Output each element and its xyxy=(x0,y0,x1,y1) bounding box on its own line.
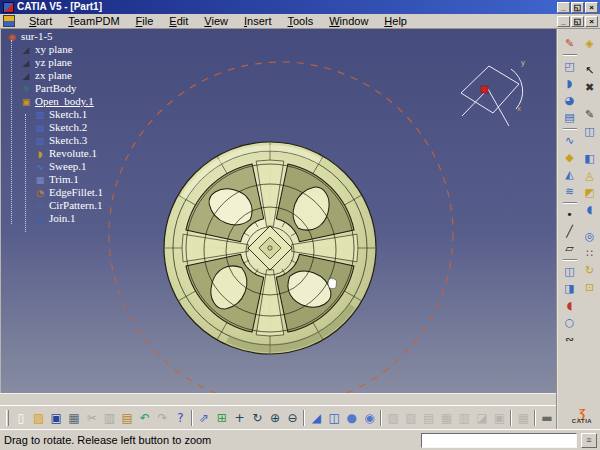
pan-icon[interactable]: + xyxy=(231,409,249,427)
compass-origin xyxy=(481,86,488,93)
rotate-icon[interactable]: ↻ xyxy=(248,409,266,427)
offset-surface-icon[interactable]: ▤ xyxy=(561,109,578,126)
power-input-button[interactable]: ≡ xyxy=(581,433,597,448)
title-bar: CATIA V5 - [Part1] _ ◱ × xyxy=(0,0,600,14)
link-manager-icon: ▤ xyxy=(420,409,438,427)
toolbar-grip[interactable] xyxy=(6,410,9,426)
menu-window[interactable]: Window xyxy=(321,14,376,29)
tree-item-sketch-2[interactable]: ▨Sketch.2 xyxy=(6,121,103,134)
fit-all-in-icon[interactable]: ⊞ xyxy=(213,409,231,427)
menu-start[interactable]: Start xyxy=(21,14,60,29)
split-icon[interactable]: ◖ xyxy=(561,297,578,314)
new-document-icon[interactable]: ▯ xyxy=(12,409,30,427)
shaded-view-icon[interactable]: ● xyxy=(343,409,361,427)
toolbar-separator xyxy=(563,259,577,261)
multi-sections-surface-icon[interactable]: ≋ xyxy=(561,183,578,200)
toolbar-separator xyxy=(534,410,536,426)
point-icon[interactable]: • xyxy=(561,206,578,223)
undo-icon[interactable]: ↶ xyxy=(136,409,154,427)
plane-icon: ◢ xyxy=(20,44,32,56)
power-input[interactable] xyxy=(421,433,577,448)
line-icon[interactable]: ╱ xyxy=(561,223,578,240)
sketcher-icon[interactable]: ✎ xyxy=(561,35,578,52)
print-icon[interactable]: ▦ xyxy=(65,409,83,427)
menu-help[interactable]: Help xyxy=(376,14,415,29)
power-copy-icon[interactable]: ◩ xyxy=(581,184,598,201)
standard-toolbar: ▯▨▣▦✂▥▤↶↷?⇗⊞+↻⊕⊖◢◫●◉▧▨▤▦▥◪▣▦▬ xyxy=(0,405,556,429)
close-button[interactable]: × xyxy=(585,2,598,13)
normal-view-icon[interactable]: ◢ xyxy=(307,409,325,427)
workbench-gsd-icon[interactable]: ◈ xyxy=(581,35,598,52)
circular-pattern-icon[interactable]: ∷ xyxy=(581,245,598,262)
sketch-page-icon[interactable]: ✎ xyxy=(581,106,598,123)
healing-icon[interactable]: ◨ xyxy=(561,280,578,297)
zoom-in-icon[interactable]: ⊕ xyxy=(266,409,284,427)
symmetry-icon[interactable]: ◬ xyxy=(581,167,598,184)
tree-item-yz-plane[interactable]: ◢yz plane xyxy=(6,56,103,69)
catalog-browser-icon: ▦ xyxy=(438,409,456,427)
fill-surface-icon[interactable]: ◆ xyxy=(561,149,578,166)
trim-operation-icon[interactable]: ○ xyxy=(561,314,578,331)
paste-icon[interactable]: ▤ xyxy=(118,409,136,427)
toolbar-separator xyxy=(380,410,382,426)
sweep-icon: ∿ xyxy=(34,161,46,173)
revolve-surface-icon[interactable]: ◗ xyxy=(561,75,578,92)
catalog-window-icon[interactable]: ◫ xyxy=(581,123,598,140)
cirpattern-icon: ∷ xyxy=(34,200,46,212)
tree-item-sketch-3[interactable]: ▨Sketch.3 xyxy=(6,134,103,147)
menu-view[interactable]: View xyxy=(196,14,236,29)
tree-item-open-body-1[interactable]: ▣Open_body.1 xyxy=(6,95,103,108)
toolbar-separator xyxy=(563,202,577,204)
scale-transform-icon[interactable]: ⊡ xyxy=(581,279,598,296)
tree-item-sur-1-5[interactable]: ◉sur-1-5 xyxy=(6,30,103,43)
restore-button[interactable]: ◱ xyxy=(571,2,584,13)
toolbar-separator xyxy=(563,54,577,56)
catia-logo-text: CATIA xyxy=(566,418,598,424)
tree-item-partbody[interactable]: ☼PartBody xyxy=(6,82,103,95)
swept-surface-icon[interactable]: ∿ xyxy=(561,132,578,149)
whats-this-icon[interactable]: ? xyxy=(171,409,189,427)
doc-restore-button[interactable]: ◱ xyxy=(571,16,584,27)
tree-item-sweep-1[interactable]: ∿Sweep.1 xyxy=(6,160,103,173)
blend-surface-icon[interactable]: ◭ xyxy=(561,166,578,183)
select-arrow-icon[interactable]: ↖ xyxy=(581,62,598,79)
graphic-properties-icon: ▧ xyxy=(384,409,402,427)
menu-file[interactable]: File xyxy=(128,14,162,29)
minimize-button[interactable]: _ xyxy=(557,2,570,13)
tree-item-xy-plane[interactable]: ◢xy plane xyxy=(6,43,103,56)
doc-close-button[interactable]: × xyxy=(585,16,598,27)
plane-icon[interactable]: ▱ xyxy=(561,240,578,257)
boundary-icon[interactable]: ∾ xyxy=(561,331,578,348)
join-surface-icon[interactable]: ◫ xyxy=(561,263,578,280)
shaded-edges-view-icon[interactable]: ◉ xyxy=(361,409,379,427)
tree-item-zx-plane[interactable]: ◢zx plane xyxy=(6,69,103,82)
menu-edit[interactable]: Edit xyxy=(161,14,196,29)
multi-view-icon[interactable]: ◫ xyxy=(325,409,343,427)
tree-item-revolute-1[interactable]: ◗Revolute.1 xyxy=(6,147,103,160)
tree-item-edgefillet-1[interactable]: ◔EdgeFillet.1 xyxy=(6,186,103,199)
measure-icon[interactable]: ▬ xyxy=(538,409,556,427)
tree-item-sketch-1[interactable]: ▨Sketch.1 xyxy=(6,108,103,121)
constraint-icon[interactable]: ◎ xyxy=(581,228,598,245)
doc-minimize-button[interactable]: _ xyxy=(557,16,570,27)
zoom-out-icon[interactable]: ⊖ xyxy=(284,409,302,427)
menu-tools[interactable]: Tools xyxy=(280,14,322,29)
save-icon[interactable]: ▣ xyxy=(47,409,65,427)
menu-insert[interactable]: Insert xyxy=(236,14,280,29)
rotate-transform-icon[interactable]: ↻ xyxy=(581,262,598,279)
painter-icon: ▨ xyxy=(402,409,420,427)
sphere-surface-icon[interactable]: ◕ xyxy=(561,92,578,109)
shell-surface-icon[interactable]: ◖ xyxy=(581,201,598,218)
toolbar-dock-band xyxy=(0,393,556,405)
shape-morphing-icon[interactable]: ◧ xyxy=(581,150,598,167)
tree-item-cirpattern-1[interactable]: ∷CirPattern.1 xyxy=(6,199,103,212)
tree-item-join-1[interactable]: ◫Join.1 xyxy=(6,212,103,225)
view-compass[interactable]: y x xyxy=(451,53,533,139)
3d-viewport[interactable]: y x ◉sur-1-5◢xy plane◢yz plane◢zx plane☼… xyxy=(0,29,556,393)
fly-mode-icon[interactable]: ⇗ xyxy=(195,409,213,427)
extrude-surface-icon[interactable]: ◰ xyxy=(561,58,578,75)
tree-item-trim-1[interactable]: ▦Trim.1 xyxy=(6,173,103,186)
open-folder-icon[interactable]: ▨ xyxy=(30,409,48,427)
tools-palette-icon[interactable]: ✖ xyxy=(581,79,598,96)
menu-teampdm[interactable]: TeamPDM xyxy=(60,14,127,29)
